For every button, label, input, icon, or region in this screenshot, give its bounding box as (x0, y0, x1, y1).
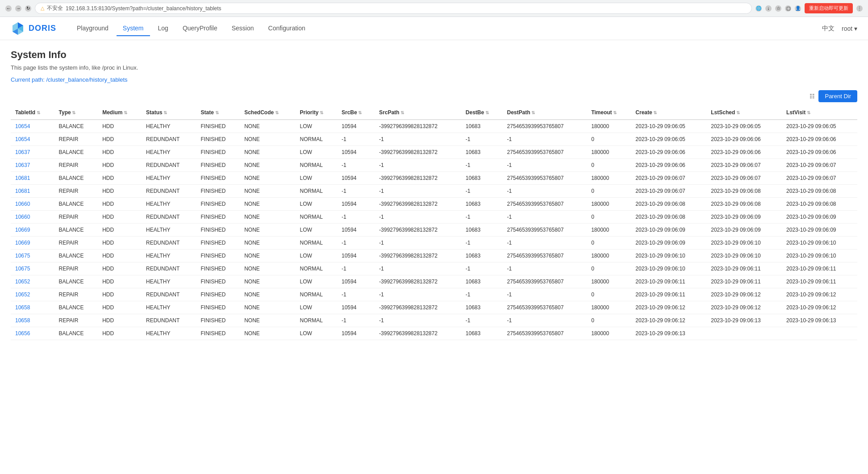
url-bar[interactable]: △ 不安全 192.168.3.15:8130/System?path=/clu… (35, 3, 752, 14)
user-menu[interactable]: root ▾ (842, 25, 857, 32)
col-destbe[interactable]: DestBe (461, 106, 503, 120)
tablet-link-12[interactable]: 10652 (15, 279, 30, 285)
tablet-link-8[interactable]: 10669 (15, 227, 30, 233)
current-path-link[interactable]: Current path: /cluster_balance/history_t… (11, 76, 128, 83)
table-row: 10637BALANCEHDDHEALTHYFINISHEDNONELOW105… (11, 146, 857, 159)
cell-6-11: 180000 (587, 198, 631, 211)
cell-0-12: 2023-10-29 09:06:05 (631, 120, 706, 133)
account-icon[interactable]: 👤 (795, 5, 801, 12)
cell-0-0[interactable]: 10654 (11, 120, 54, 133)
cell-11-5: NONE (240, 262, 295, 275)
cell-12-7: 10594 (337, 275, 375, 288)
tablet-link-6[interactable]: 10660 (15, 201, 30, 207)
cell-0-10: 27546539399537658​07 (503, 120, 587, 133)
cell-5-4: FINISHED (196, 185, 240, 198)
col-create[interactable]: Create (631, 106, 706, 120)
cell-11-0[interactable]: 10675 (11, 262, 54, 275)
cell-7-3: REDUNDANT (142, 211, 196, 224)
cell-8-0[interactable]: 10669 (11, 224, 54, 237)
cell-4-0[interactable]: 10681 (11, 172, 54, 185)
cell-16-12: 2023-10-29 09:06:13 (631, 327, 706, 340)
tablet-link-15[interactable]: 10658 (15, 317, 30, 324)
parent-dir-button[interactable]: Parent Dir (818, 90, 857, 102)
tablet-link-10[interactable]: 10675 (15, 253, 30, 259)
more-icon[interactable]: ⋮ (856, 5, 863, 12)
cell-10-0[interactable]: 10675 (11, 249, 54, 262)
cell-11-10: -1 (503, 262, 587, 275)
main-nav: Playground System Log QueryProfile Sessi… (71, 21, 822, 36)
tablet-link-0[interactable]: 10654 (15, 123, 30, 129)
tablet-link-2[interactable]: 10637 (15, 149, 30, 155)
col-schedcode[interactable]: SchedCode (240, 106, 295, 120)
col-state[interactable]: State (196, 106, 240, 120)
nav-log[interactable]: Log (152, 21, 175, 36)
col-status[interactable]: Status (142, 106, 196, 120)
cell-10-6: LOW (295, 249, 337, 262)
filter-icon[interactable]: ☷ (810, 93, 815, 100)
tablet-link-11[interactable]: 10675 (15, 266, 30, 272)
col-type[interactable]: Type (54, 106, 98, 120)
tablet-link-1[interactable]: 10654 (15, 136, 30, 142)
nav-session[interactable]: Session (225, 21, 260, 36)
cell-6-5: NONE (240, 198, 295, 211)
cell-12-0[interactable]: 10652 (11, 275, 54, 288)
forward-button[interactable]: → (15, 5, 21, 12)
col-timeout[interactable]: Timeout (587, 106, 631, 120)
tablet-link-7[interactable]: 10660 (15, 214, 30, 220)
cell-3-0[interactable]: 10637 (11, 159, 54, 172)
col-lstvisit[interactable]: LstVisit (782, 106, 857, 120)
col-medium[interactable]: Medium (98, 106, 142, 120)
tablet-link-14[interactable]: 10658 (15, 304, 30, 311)
cell-6-4: FINISHED (196, 198, 240, 211)
tablet-link-5[interactable]: 10681 (15, 188, 30, 194)
cell-5-2: HDD (98, 185, 142, 198)
cell-16-0[interactable]: 10656 (11, 327, 54, 340)
cell-5-0[interactable]: 10681 (11, 185, 54, 198)
cell-4-12: 2023-10-29 09:06:07 (631, 172, 706, 185)
tablet-link-16[interactable]: 10656 (15, 330, 30, 337)
cell-14-0[interactable]: 10658 (11, 301, 54, 314)
nav-playground[interactable]: Playground (71, 21, 115, 36)
cell-11-13: 2023-10-29 09:06:11 (706, 262, 782, 275)
col-tabletid[interactable]: TabletId (11, 106, 54, 120)
download-icon[interactable]: ↓ (765, 5, 772, 12)
cell-15-7: -1 (337, 314, 375, 327)
cell-6-0[interactable]: 10660 (11, 198, 54, 211)
cell-15-8: -1 (375, 314, 461, 327)
tablet-link-13[interactable]: 10652 (15, 291, 30, 298)
col-priority[interactable]: Priority (295, 106, 337, 120)
cell-1-0[interactable]: 10654 (11, 133, 54, 146)
col-lstsched[interactable]: LstSched (706, 106, 782, 120)
cell-9-10: -1 (503, 237, 587, 249)
cell-7-0[interactable]: 10660 (11, 211, 54, 224)
table-row: 10681BALANCEHDDHEALTHYFINISHEDNONELOW105… (11, 172, 857, 185)
cell-0-7: 10594 (337, 120, 375, 133)
back-button[interactable]: ← (5, 5, 12, 12)
tablet-link-4[interactable]: 10681 (15, 175, 30, 181)
cell-15-2: HDD (98, 314, 142, 327)
cell-10-2: HDD (98, 249, 142, 262)
update-button[interactable]: 重新启动即可更新 (805, 3, 853, 13)
nav-configuration[interactable]: Configuration (262, 21, 312, 36)
col-srcpath[interactable]: SrcPath (375, 106, 461, 120)
tablet-link-3[interactable]: 10637 (15, 162, 30, 168)
translate-icon[interactable]: 🌐 (755, 5, 762, 12)
col-srcbe[interactable]: SrcBe (337, 106, 375, 120)
nav-system[interactable]: System (117, 21, 150, 36)
tablet-link-9[interactable]: 10669 (15, 240, 30, 246)
cell-11-8: -1 (375, 262, 461, 275)
cell-9-0[interactable]: 10669 (11, 237, 54, 249)
col-destpath[interactable]: DestPath (503, 106, 587, 120)
cell-16-2: HDD (98, 327, 142, 340)
cell-13-0[interactable]: 10652 (11, 288, 54, 301)
reload-button[interactable]: ↻ (25, 5, 31, 12)
nav-queryprofile[interactable]: QueryProfile (176, 21, 224, 36)
lang-switcher[interactable]: 中文 (822, 25, 835, 33)
tab-icon[interactable]: ▢ (785, 5, 791, 12)
cell-15-0[interactable]: 10658 (11, 314, 54, 327)
cell-12-9: 10683 (461, 275, 503, 288)
cell-2-0[interactable]: 10637 (11, 146, 54, 159)
cell-2-8: -39927963998281328​72 (375, 146, 461, 159)
cell-0-9: 10683 (461, 120, 503, 133)
bookmark-icon[interactable]: ☆ (775, 5, 781, 12)
